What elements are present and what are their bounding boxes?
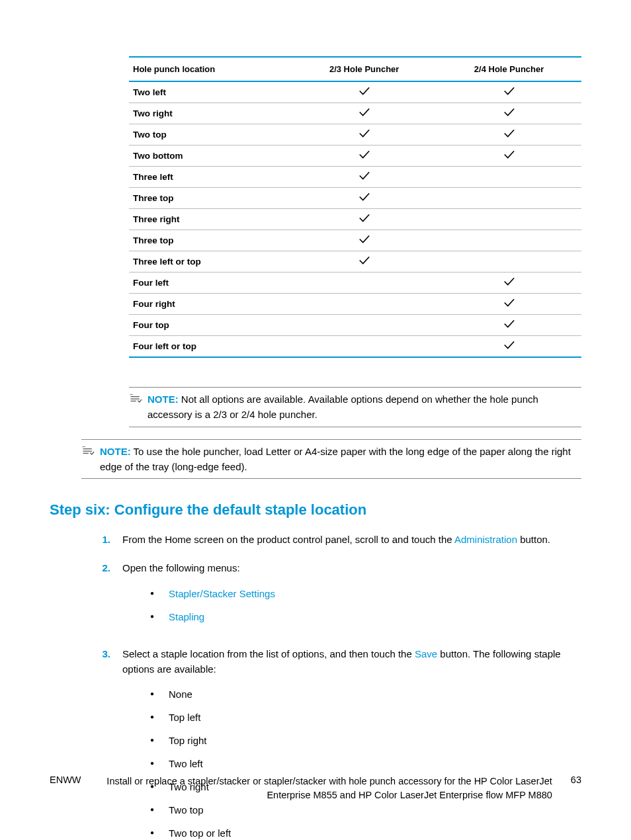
row-cell-24: [437, 230, 581, 251]
step-text: From the Home screen on the product cont…: [122, 534, 454, 545]
footer-page-number: 63: [571, 775, 581, 785]
check-icon: [358, 129, 370, 138]
check-icon: [503, 108, 515, 117]
check-icon: [503, 341, 515, 350]
row-cell-24: [437, 81, 581, 103]
col-header-23: 2/3 Hole Puncher: [292, 57, 437, 81]
row-label: Four top: [129, 315, 292, 336]
table-row: Two bottom: [129, 146, 581, 167]
row-cell-23: [292, 230, 437, 251]
table-row: Three top: [129, 230, 581, 251]
table-row: Four left or top: [129, 336, 581, 358]
table-row: Two left: [129, 81, 581, 103]
hole-punch-table: Hole punch location 2/3 Hole Puncher 2/4…: [129, 56, 581, 358]
table-header-row: Hole punch location 2/3 Hole Puncher 2/4…: [129, 57, 581, 81]
row-label: Two bottom: [129, 146, 292, 167]
step-number: 1.: [97, 532, 110, 547]
save-link: Save: [415, 648, 437, 659]
row-cell-24: [437, 188, 581, 209]
row-label: Two left: [129, 81, 292, 103]
menu-list: Stapler/Stacker SettingsStapling: [150, 587, 581, 624]
footer-title: Install or replace a stapler/stacker or …: [100, 775, 552, 802]
row-cell-23: [292, 251, 437, 273]
row-cell-23: [292, 188, 437, 209]
row-label: Three top: [129, 188, 292, 209]
step-text: button.: [517, 534, 550, 545]
check-icon: [358, 108, 370, 117]
check-icon: [503, 277, 515, 286]
check-icon: [503, 129, 515, 138]
step-number: 2.: [97, 560, 110, 632]
table-row: Three right: [129, 209, 581, 230]
check-icon: [358, 171, 370, 181]
check-icon: [503, 87, 515, 96]
list-item: Top left: [150, 710, 581, 724]
table-row: Four left: [129, 273, 581, 294]
row-cell-23: [292, 124, 437, 146]
note-text: Not all options are available. Available…: [147, 394, 538, 420]
row-label: Two right: [129, 103, 292, 124]
note-label: NOTE:: [100, 446, 131, 457]
row-cell-24: [437, 167, 581, 188]
row-cell-23: [292, 315, 437, 336]
list-item: Two left: [150, 757, 581, 771]
section-heading: Step six: Configure the default staple l…: [50, 501, 581, 519]
note-icon: [81, 445, 95, 461]
row-cell-23: [292, 167, 437, 188]
col-header-24: 2/4 Hole Puncher: [437, 57, 581, 81]
check-icon: [358, 192, 370, 202]
check-icon: [358, 150, 370, 159]
note-text: To use the hole puncher, load Letter or …: [100, 446, 571, 472]
row-label: Three right: [129, 209, 292, 230]
col-header-location: Hole punch location: [129, 57, 292, 81]
row-cell-24: [437, 251, 581, 273]
row-cell-24: [437, 315, 581, 336]
step-text: Select a staple location from the list o…: [122, 648, 415, 659]
note-icon: [129, 393, 142, 409]
check-icon: [358, 214, 370, 223]
row-label: Four left or top: [129, 336, 292, 358]
note-block: NOTE: Not all options are available. Ava…: [129, 387, 581, 427]
row-cell-23: [292, 146, 437, 167]
row-cell-23: [292, 209, 437, 230]
table-row: Four right: [129, 294, 581, 315]
row-cell-24: [437, 336, 581, 358]
row-label: Four left: [129, 273, 292, 294]
row-label: Three top: [129, 230, 292, 251]
note-block: NOTE: To use the hole puncher, load Lett…: [81, 439, 581, 480]
step-item: 1. From the Home screen on the product c…: [97, 532, 581, 547]
step-item: 2. Open the following menus: Stapler/Sta…: [97, 560, 581, 632]
list-item: Two top: [150, 803, 581, 817]
row-cell-23: [292, 273, 437, 294]
table-row: Four top: [129, 315, 581, 336]
row-label: Three left or top: [129, 251, 292, 273]
step-item: 3. Select a staple location from the lis…: [97, 646, 581, 841]
list-item: Two top or left: [150, 826, 581, 840]
table-row: Three left or top: [129, 251, 581, 273]
options-list: NoneTop leftTop rightTwo leftTwo rightTw…: [150, 687, 581, 840]
row-cell-24: [437, 209, 581, 230]
note-label: NOTE:: [147, 394, 179, 405]
row-cell-23: [292, 336, 437, 358]
list-item: None: [150, 687, 581, 701]
row-cell-23: [292, 103, 437, 124]
row-cell-23: [292, 81, 437, 103]
check-icon: [358, 87, 370, 96]
row-cell-24: [437, 146, 581, 167]
row-cell-24: [437, 103, 581, 124]
list-item: Stapling: [150, 610, 581, 624]
list-item: Stapler/Stacker Settings: [150, 587, 581, 601]
footer-lang: ENWW: [50, 775, 81, 785]
row-label: Four right: [129, 294, 292, 315]
step-text: Open the following menus:: [122, 562, 240, 573]
check-icon: [503, 298, 515, 308]
table-row: Two top: [129, 124, 581, 146]
row-cell-24: [437, 124, 581, 146]
list-item: Top right: [150, 734, 581, 747]
table-row: Two right: [129, 103, 581, 124]
table-row: Three left: [129, 167, 581, 188]
row-label: Two top: [129, 124, 292, 146]
check-icon: [358, 256, 370, 265]
row-cell-24: [437, 273, 581, 294]
check-icon: [503, 150, 515, 159]
